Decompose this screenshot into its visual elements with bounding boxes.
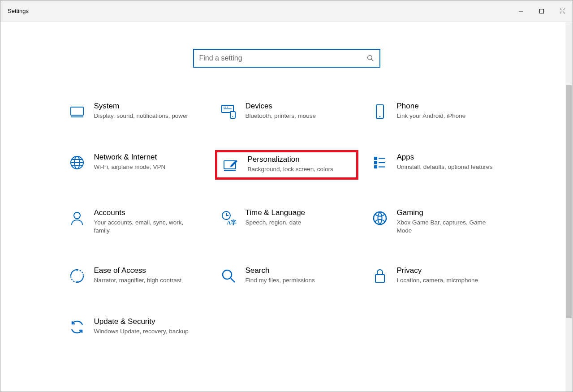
- update-icon: [67, 317, 87, 337]
- category-personalization[interactable]: Personalization Background, lock screen,…: [215, 150, 358, 180]
- svg-rect-1: [540, 9, 544, 13]
- settings-grid: System Display, sound, notifications, po…: [64, 99, 510, 340]
- window-controls: [511, 0, 573, 22]
- svg-text:A字: A字: [227, 219, 237, 226]
- svg-point-4: [367, 56, 372, 60]
- time-icon: A字: [219, 208, 238, 228]
- svg-rect-26: [375, 162, 377, 164]
- svg-point-14: [232, 116, 233, 117]
- category-update[interactable]: Update & Security Windows Update, recove…: [64, 314, 207, 340]
- category-title: Gaming: [397, 208, 495, 217]
- svg-point-36: [223, 270, 232, 279]
- category-devices[interactable]: Devices Bluetooth, printers, mouse: [215, 99, 358, 124]
- maximize-button[interactable]: [531, 0, 552, 22]
- close-icon: [560, 9, 565, 13]
- category-desc: Display, sound, notifications, power: [94, 112, 189, 120]
- close-button[interactable]: [552, 0, 573, 22]
- category-desc: Location, camera, microphone: [397, 276, 478, 284]
- svg-rect-22: [224, 161, 236, 169]
- category-time[interactable]: A字 Time & Language Speech, region, date: [215, 206, 358, 237]
- category-title: Personalization: [248, 155, 333, 164]
- category-apps[interactable]: Apps Uninstall, defaults, optional featu…: [366, 150, 510, 180]
- category-title: System: [94, 102, 189, 111]
- minimize-icon: [519, 9, 523, 13]
- category-desc: Wi-Fi, airplane mode, VPN: [94, 163, 166, 171]
- svg-rect-6: [71, 107, 83, 115]
- category-network[interactable]: Network & Internet Wi-Fi, airplane mode,…: [64, 150, 207, 180]
- svg-rect-38: [375, 275, 384, 282]
- category-title: Network & Internet: [94, 153, 166, 162]
- system-icon: [67, 102, 87, 121]
- category-desc: Narrator, magnifier, high contrast: [94, 276, 182, 284]
- svg-point-35: [374, 212, 386, 224]
- category-desc: Background, lock screen, colors: [248, 165, 333, 173]
- search-box[interactable]: [193, 49, 380, 68]
- category-privacy[interactable]: Privacy Location, camera, microphone: [366, 263, 510, 289]
- category-system[interactable]: System Display, sound, notifications, po…: [64, 99, 207, 124]
- category-title: Update & Security: [94, 317, 189, 326]
- category-ease-of-access[interactable]: Ease of Access Narrator, magnifier, high…: [64, 263, 207, 289]
- category-desc: Xbox Game Bar, captures, Game Mode: [397, 219, 495, 235]
- vertical-scrollbar[interactable]: [565, 22, 573, 392]
- category-title: Phone: [397, 102, 466, 111]
- devices-icon: [219, 102, 238, 121]
- svg-rect-13: [230, 112, 235, 118]
- category-title: Ease of Access: [94, 266, 182, 275]
- content-area: System Display, sound, notifications, po…: [0, 22, 573, 340]
- category-title: Accounts: [94, 208, 193, 217]
- ease-icon: [67, 266, 87, 286]
- svg-line-37: [231, 278, 235, 282]
- category-title: Privacy: [397, 266, 478, 275]
- apps-icon: [370, 153, 390, 172]
- svg-line-5: [371, 59, 373, 61]
- personalization-icon: [221, 155, 241, 175]
- category-phone[interactable]: Phone Link your Android, iPhone: [366, 99, 510, 124]
- category-title: Apps: [397, 153, 493, 162]
- maximize-icon: [539, 9, 544, 13]
- category-gaming[interactable]: Gaming Xbox Game Bar, captures, Game Mod…: [366, 206, 510, 237]
- titlebar: Settings: [0, 0, 573, 22]
- svg-point-30: [74, 212, 80, 219]
- minimize-button[interactable]: [511, 0, 531, 22]
- privacy-icon: [370, 266, 390, 286]
- svg-point-16: [379, 116, 380, 117]
- search-cat-icon: [219, 266, 238, 286]
- category-title: Time & Language: [246, 208, 306, 217]
- gaming-icon: [370, 208, 390, 228]
- scrollbar-thumb[interactable]: [566, 85, 572, 318]
- category-desc: Windows Update, recovery, backup: [94, 327, 189, 336]
- category-desc: Bluetooth, printers, mouse: [246, 112, 316, 120]
- category-search[interactable]: Search Find my files, permissions: [215, 263, 358, 289]
- search-icon: [367, 55, 374, 62]
- category-title: Search: [246, 266, 315, 275]
- category-desc: Your accounts, email, sync, work, family: [94, 219, 193, 235]
- category-title: Devices: [246, 102, 316, 111]
- category-desc: Uninstall, defaults, optional features: [397, 163, 493, 171]
- phone-icon: [370, 102, 390, 121]
- accounts-icon: [67, 208, 87, 228]
- search-input[interactable]: [199, 54, 367, 62]
- network-icon: [67, 153, 87, 172]
- category-desc: Link your Android, iPhone: [397, 112, 466, 120]
- category-desc: Find my files, permissions: [246, 276, 315, 284]
- svg-rect-24: [375, 157, 377, 159]
- svg-rect-28: [375, 166, 377, 168]
- category-accounts[interactable]: Accounts Your accounts, email, sync, wor…: [64, 206, 207, 237]
- window-title: Settings: [8, 8, 29, 14]
- category-desc: Speech, region, date: [246, 219, 306, 227]
